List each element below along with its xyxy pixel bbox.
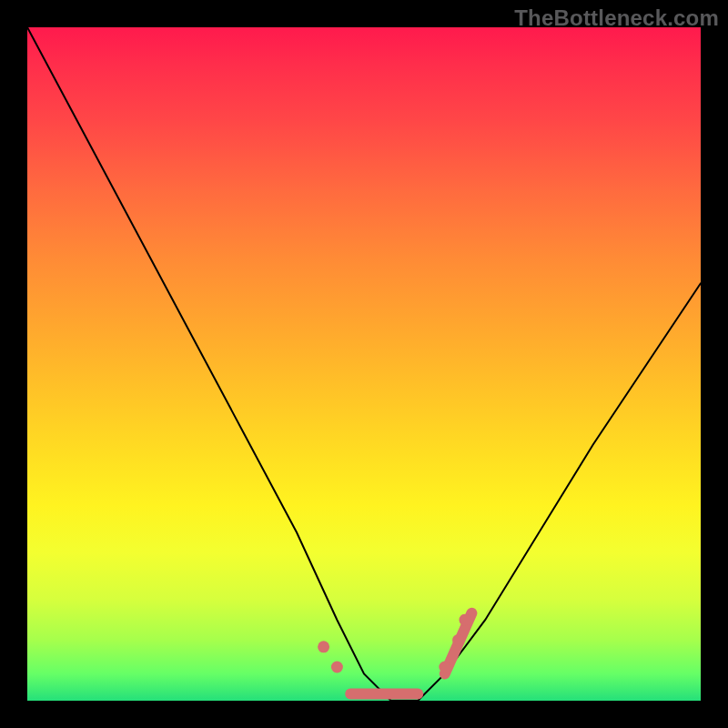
plot-area	[27, 27, 701, 701]
marker-dot	[460, 614, 471, 626]
plot-svg	[27, 27, 701, 701]
marker-dot	[452, 634, 464, 646]
chart-stage: TheBottleneck.com	[0, 0, 728, 728]
bottleneck-curve	[27, 27, 701, 701]
watermark-text: TheBottleneck.com	[514, 5, 719, 31]
marker-dot	[331, 662, 343, 673]
marker-dot	[318, 641, 329, 652]
salmon-markers	[318, 613, 471, 694]
marker-dot	[439, 662, 450, 673]
